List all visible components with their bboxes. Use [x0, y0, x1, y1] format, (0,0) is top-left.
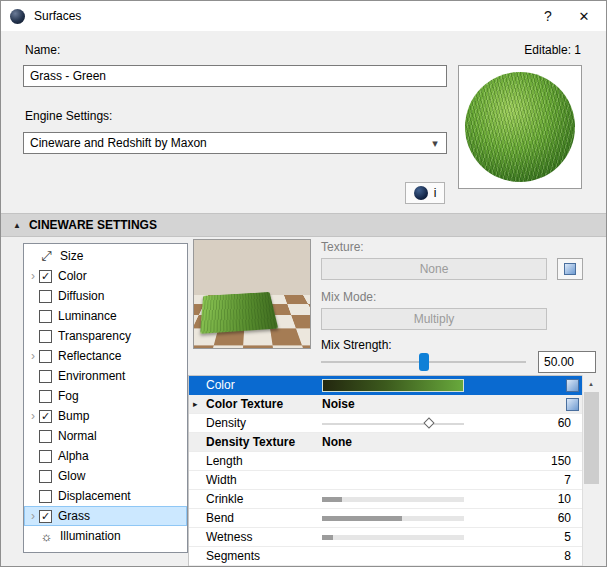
engine-settings-value: Cineware and Redshift by Maxon [30, 136, 207, 150]
channel-label: Diffusion [58, 289, 104, 303]
value-bar[interactable] [322, 516, 464, 521]
collapse-arrow-icon[interactable]: ▲ [13, 221, 21, 230]
property-value[interactable]: 8 [564, 549, 571, 563]
channel-tree-item[interactable]: › ✓ Color [24, 266, 187, 286]
prop-expand-chevron-icon[interactable]: ▸ [193, 399, 203, 409]
channel-label: Size [60, 249, 83, 263]
channel-label: Color [58, 269, 87, 283]
dropdown-arrow-icon[interactable]: ▾ [424, 132, 446, 154]
channel-label: Bump [58, 409, 89, 423]
property-scrollbar[interactable]: ▴ [582, 375, 599, 567]
texture-channel-icon[interactable] [566, 379, 579, 392]
name-label: Name: [25, 43, 60, 57]
property-label: Color Texture [206, 397, 283, 411]
property-row[interactable]: Bend 60 60 [189, 509, 582, 528]
expand-chevron-icon[interactable]: › [27, 270, 39, 282]
channel-tree-item[interactable]: Normal [24, 426, 187, 446]
channel-tree-item[interactable]: › Reflectance [24, 346, 187, 366]
property-row[interactable]: Wetness 5 5 [189, 528, 582, 547]
channel-tree-item[interactable]: Alpha [24, 446, 187, 466]
channel-tree-item[interactable]: Displacement [24, 486, 187, 506]
surface-name-input[interactable] [23, 65, 447, 87]
expand-chevron-icon[interactable]: › [27, 510, 39, 522]
mix-strength-input[interactable] [538, 351, 596, 373]
channel-checkbox[interactable] [39, 350, 52, 363]
channel-tree-item[interactable]: Environment [24, 366, 187, 386]
channel-label: Glow [58, 469, 85, 483]
channel-icon: ⤢ [39, 248, 54, 264]
property-value[interactable]: 60 [558, 416, 571, 430]
slider-thumb[interactable] [423, 417, 434, 428]
property-value[interactable]: 60 [558, 511, 571, 525]
property-row[interactable]: ▸ Color Texture Noise Noise [189, 395, 582, 414]
property-row[interactable]: Density 60 60 [189, 414, 582, 433]
scroll-up-icon[interactable]: ▴ [583, 375, 599, 392]
property-row[interactable]: Density Texture None None [189, 433, 582, 452]
texture-menu-button[interactable] [557, 258, 583, 280]
channel-label: Transparency [58, 329, 131, 343]
scrollbar-thumb[interactable] [584, 392, 599, 484]
channel-checkbox[interactable] [39, 430, 52, 443]
channel-checkbox[interactable]: ✓ [39, 510, 52, 523]
channel-checkbox[interactable] [39, 470, 52, 483]
channel-checkbox[interactable] [39, 330, 52, 343]
channel-tree-item[interactable]: Luminance [24, 306, 187, 326]
property-label: Segments [206, 549, 260, 563]
slider-track[interactable] [322, 423, 464, 425]
color-gradient-swatch[interactable] [322, 379, 464, 392]
texture-none-button[interactable]: None [321, 258, 547, 280]
property-label: Length [206, 454, 243, 468]
channel-label: Fog [58, 389, 79, 403]
info-label: i [434, 186, 437, 200]
cineware-info-button[interactable]: i [405, 182, 445, 204]
mix-mode-label: Mix Mode: [321, 290, 376, 304]
channel-tree-item[interactable]: Glow [24, 466, 187, 486]
channel-checkbox[interactable] [39, 490, 52, 503]
channel-tree-item[interactable]: › ✓ Grass [24, 506, 187, 526]
property-row[interactable]: Length 150 150 [189, 452, 582, 471]
channel-tree-item[interactable]: ☼ Illumination [24, 526, 187, 546]
value-bar[interactable] [322, 535, 464, 540]
channel-label: Alpha [58, 449, 89, 463]
mix-strength-slider[interactable] [321, 352, 526, 372]
property-value[interactable]: 10 [558, 492, 571, 506]
close-button[interactable]: ✕ [566, 1, 602, 31]
cineware-settings-section-header[interactable]: ▲ CINEWARE SETTINGS [1, 213, 607, 237]
property-row[interactable]: Width 7 7 [189, 471, 582, 490]
texture-channel-icon[interactable] [566, 398, 579, 411]
channel-tree-item[interactable]: Fog [24, 386, 187, 406]
value-bar-fill [322, 535, 333, 540]
property-row[interactable]: Crinkle 10 10 [189, 490, 582, 509]
channel-checkbox[interactable]: ✓ [39, 270, 52, 283]
expand-chevron-icon[interactable]: › [27, 350, 39, 362]
property-value[interactable]: 7 [564, 473, 571, 487]
mix-strength-thumb[interactable] [419, 353, 429, 371]
mix-mode-button[interactable]: Multiply [321, 308, 547, 330]
property-value[interactable]: None [322, 435, 352, 449]
channel-checkbox[interactable] [39, 370, 52, 383]
channel-icon: ☼ [39, 529, 54, 544]
channel-checkbox[interactable] [39, 290, 52, 303]
engine-settings-dropdown[interactable]: Cineware and Redshift by Maxon ▾ [23, 132, 447, 154]
channel-tree-item[interactable]: Transparency [24, 326, 187, 346]
property-value[interactable]: Noise [322, 397, 355, 411]
texture-icon [564, 263, 576, 275]
channel-checkbox[interactable] [39, 310, 52, 323]
channel-tree-item[interactable]: Diffusion [24, 286, 187, 306]
property-row[interactable]: Color [189, 376, 582, 395]
help-button[interactable]: ? [530, 1, 566, 31]
channel-checkbox[interactable] [39, 450, 52, 463]
grass-scene-preview [193, 239, 311, 349]
engine-settings-label: Engine Settings: [25, 109, 112, 123]
expand-chevron-icon[interactable]: › [27, 410, 39, 422]
value-bar[interactable] [322, 497, 464, 502]
diamond-slider[interactable] [322, 414, 464, 433]
channel-tree-item[interactable]: ⤢ Size [24, 246, 187, 266]
channel-checkbox[interactable]: ✓ [39, 410, 52, 423]
channel-label: Illumination [60, 529, 121, 543]
property-row[interactable]: Segments 8 8 [189, 547, 582, 566]
property-value[interactable]: 5 [564, 530, 571, 544]
channel-tree-item[interactable]: › ✓ Bump [24, 406, 187, 426]
property-value[interactable]: 150 [551, 454, 571, 468]
channel-checkbox[interactable] [39, 390, 52, 403]
